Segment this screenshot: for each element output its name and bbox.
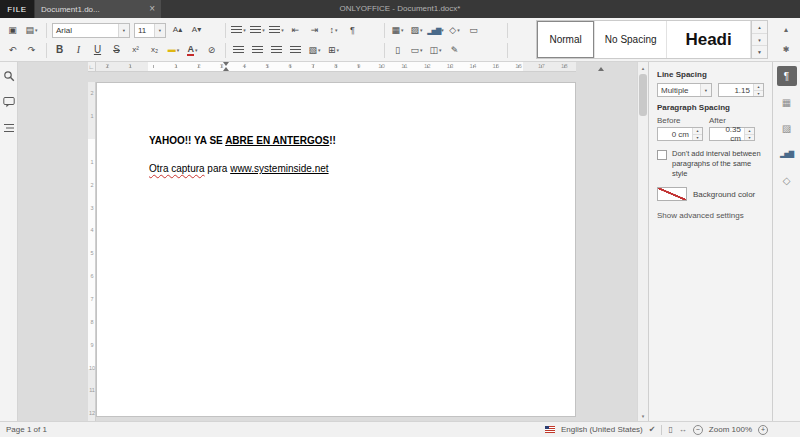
gallery-more-button[interactable]: ▼ — [752, 46, 767, 58]
style-no-spacing[interactable]: No Spacing — [595, 21, 667, 58]
borders-button[interactable]: ⊞▾ — [324, 41, 343, 59]
same-style-interval-checkbox[interactable] — [657, 150, 667, 160]
decrease-font-button[interactable]: A▾ — [187, 21, 206, 39]
paste-button[interactable]: ▤▾ — [22, 21, 41, 39]
page-margins-button[interactable]: ▯ — [388, 41, 407, 59]
caret-down-icon: ▾ — [35, 28, 38, 33]
shading-button[interactable]: ▧▾ — [305, 41, 324, 59]
font-name-select[interactable]: Arial ▾ — [52, 23, 130, 38]
font-color-button[interactable]: A▾ — [183, 41, 202, 59]
hyperlink-text[interactable]: www.systeminside.net — [230, 163, 328, 174]
columns-button[interactable]: ◫▾ — [426, 41, 445, 59]
font-size-select[interactable]: 11 ▾ — [134, 23, 166, 38]
collapse-toolbar-button[interactable]: ▴ — [777, 21, 796, 39]
tab-close-icon[interactable]: × — [149, 4, 155, 14]
tab-shape-settings[interactable]: ◇ — [777, 170, 797, 190]
caret-down-icon: ▾ — [243, 28, 246, 33]
show-advanced-settings-link[interactable]: Show advanced settings — [657, 211, 764, 220]
multilevel-list-button[interactable]: ▾ — [267, 21, 286, 39]
titlebar: FILE Document1.do... × ONLYOFFICE - Docu… — [0, 0, 800, 18]
copy-button[interactable]: ▣ — [3, 21, 22, 39]
superscript-button[interactable]: x² — [126, 41, 145, 59]
comments-button[interactable] — [2, 96, 16, 110]
navigation-button[interactable] — [2, 122, 16, 136]
gallery-up-button[interactable]: ▴ — [752, 21, 767, 34]
numbered-list-icon — [250, 26, 261, 35]
increase-font-button[interactable]: A▴ — [168, 21, 187, 39]
redo-button[interactable]: ↷ — [22, 41, 41, 59]
insert-textbox-button[interactable]: ▭ — [464, 21, 483, 39]
copy-style-button[interactable]: ✎ — [445, 41, 464, 59]
left-indent-marker[interactable] — [223, 67, 229, 71]
subscript-button[interactable]: x₂ — [145, 41, 164, 59]
italic-button[interactable]: I — [69, 41, 88, 59]
scroll-down-button[interactable]: ▾ — [638, 410, 648, 421]
numbered-list-button[interactable]: ▾ — [248, 21, 267, 39]
page-orientation-icon: ▭ — [410, 46, 419, 55]
line-spacing-select[interactable]: Multiple ▾ — [657, 83, 712, 97]
fit-page-icon[interactable]: ▯ — [668, 425, 672, 434]
horizontal-ruler[interactable]: 21123456789101112131415161718 — [96, 62, 576, 72]
tab-paragraph-settings[interactable]: ¶ — [777, 66, 797, 86]
document-tab[interactable]: Document1.do... × — [35, 0, 161, 18]
underline-button[interactable]: U — [88, 41, 107, 59]
style-heading[interactable]: Headi — [667, 21, 751, 58]
increase-indent-button[interactable]: ⇥ — [305, 21, 324, 39]
align-left-button[interactable] — [229, 41, 248, 59]
nonprinting-characters-button[interactable]: ¶ — [343, 21, 362, 39]
decrease-indent-button[interactable]: ⇤ — [286, 21, 305, 39]
scrollbar-thumb[interactable] — [639, 74, 647, 116]
spacing-before-spinner[interactable]: 0 cm ▴▾ — [657, 127, 703, 141]
page-orientation-button[interactable]: ▭▾ — [407, 41, 426, 59]
copy-icon: ▣ — [8, 26, 17, 35]
spin-down-icon[interactable]: ▾ — [745, 135, 754, 141]
spellcheck-icon[interactable]: ✔ — [649, 425, 656, 434]
zoom-in-button[interactable]: + — [758, 425, 768, 435]
undo-button[interactable]: ↶ — [3, 41, 22, 59]
align-center-button[interactable] — [248, 41, 267, 59]
tab-table-settings[interactable]: ▦ — [777, 92, 797, 112]
clear-style-button[interactable]: ⊘ — [202, 41, 221, 59]
right-indent-marker[interactable] — [598, 67, 604, 71]
settings-button[interactable]: ✱ — [777, 41, 796, 59]
first-line-indent-marker[interactable] — [223, 62, 229, 66]
insert-shape-button[interactable]: ◇▾ — [445, 21, 464, 39]
background-color-swatch[interactable] — [657, 187, 687, 201]
document-page[interactable]: YAHOO!! YA SE ABRE EN ANTERGOS!! Otra ca… — [96, 82, 576, 417]
scroll-up-button[interactable]: ▴ — [638, 62, 648, 73]
search-button[interactable] — [2, 70, 16, 84]
gallery-down-button[interactable]: ▾ — [752, 34, 767, 47]
tab-stop-selector[interactable]: ∟ — [88, 62, 96, 72]
align-right-button[interactable] — [267, 41, 286, 59]
tab-chart-settings[interactable]: ▂▅▇ — [777, 144, 797, 164]
caret-down-icon: ▾ — [700, 84, 711, 96]
bullet-list-icon — [231, 26, 242, 35]
spacing-after-spinner[interactable]: 0.35 cm ▴▾ — [709, 127, 755, 141]
spin-down-icon[interactable]: ▾ — [693, 135, 702, 141]
strikeout-button[interactable]: S — [107, 41, 126, 59]
line-spacing-button[interactable]: ↕▾ — [324, 21, 343, 39]
caret-down-icon: ▾ — [281, 28, 284, 33]
fit-width-icon[interactable]: ↔ — [679, 425, 687, 434]
spin-down-icon[interactable]: ▾ — [754, 91, 763, 97]
bold-button[interactable]: B — [50, 41, 69, 59]
file-menu-button[interactable]: FILE — [0, 0, 34, 18]
tab-image-settings[interactable]: ▨ — [777, 118, 797, 138]
vertical-scrollbar[interactable]: ▴ ▾ — [637, 62, 648, 421]
insert-image-button[interactable]: ▨▾ — [407, 21, 426, 39]
statusbar-divider — [661, 425, 662, 435]
highlight-color-button[interactable]: ▬▾ — [164, 41, 183, 59]
insert-chart-button[interactable]: ▂▅▇▾ — [426, 21, 445, 39]
line-spacing-spinner[interactable]: 1.15 ▴▾ — [718, 83, 764, 97]
vertical-ruler[interactable]: 21123456789101112 — [88, 82, 96, 421]
bullet-list-button[interactable]: ▾ — [229, 21, 248, 39]
align-justify-button[interactable] — [286, 41, 305, 59]
insert-table-button[interactable]: ▦▾ — [388, 21, 407, 39]
page-indicator[interactable]: Page 1 of 1 — [6, 425, 47, 434]
document-language-button[interactable]: English (United States) — [561, 425, 643, 434]
line-spacing-icon: ↕ — [329, 26, 334, 35]
ruler-numbers: 21123456789101112 — [88, 82, 96, 421]
zoom-out-button[interactable]: − — [693, 425, 703, 435]
style-normal[interactable]: Normal — [537, 21, 595, 58]
collapse-toolbar-icon: ▴ — [784, 26, 788, 34]
